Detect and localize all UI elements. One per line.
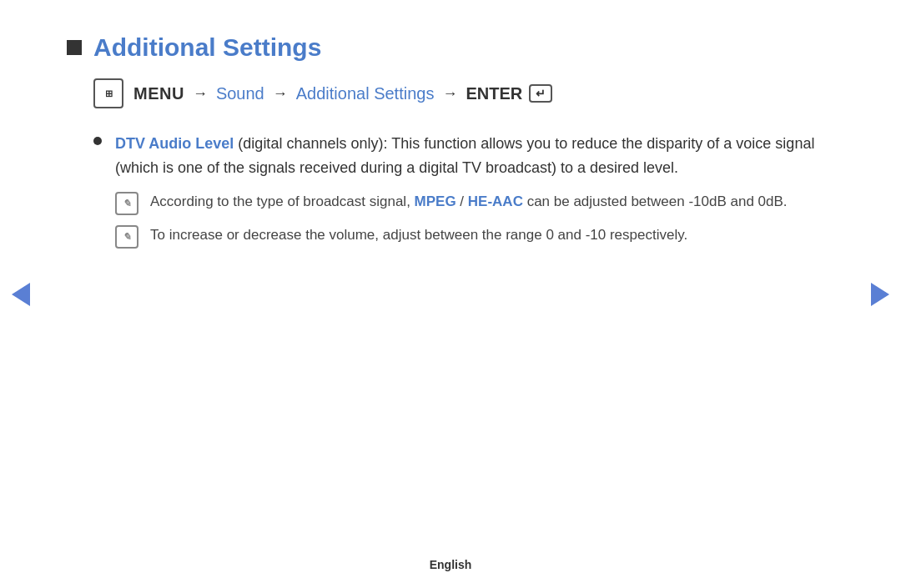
note-item-2: ✎ To increase or decrease the volume, ad… — [115, 224, 834, 249]
content-area: DTV Audio Level (digital channels only):… — [93, 132, 834, 249]
bullet-item-dtv: DTV Audio Level (digital channels only):… — [93, 132, 834, 180]
dtv-label: DTV Audio Level — [115, 135, 234, 152]
arrow-sep-3: → — [442, 85, 457, 103]
note1-text-post: can be adjusted between -10dB and 0dB. — [523, 193, 788, 209]
page-container: Additional Settings ⊞ MENU → Sound → Add… — [0, 0, 901, 588]
menu-label: MENU — [133, 84, 184, 103]
enter-label: ENTER — [466, 84, 522, 103]
note-text-1: According to the type of broadcast signa… — [150, 190, 788, 213]
title-square-icon — [67, 40, 82, 55]
note-text-2: To increase or decrease the volume, adju… — [150, 224, 687, 246]
heaac-label: HE-AAC — [468, 193, 523, 209]
menu-icon: ⊞ — [93, 78, 123, 108]
path-additional: Additional Settings — [296, 84, 435, 103]
note-icon-1: ✎ — [115, 192, 138, 215]
arrow-sep-2: → — [273, 85, 288, 103]
note1-slash: / — [456, 193, 468, 209]
path-sound: Sound — [216, 84, 264, 103]
nav-right-arrow[interactable] — [868, 282, 893, 307]
note1-text-pre: According to the type of broadcast signa… — [150, 193, 415, 209]
arrow-sep-1: → — [193, 85, 208, 103]
footer-language: English — [430, 558, 472, 571]
bullet-dot — [93, 137, 102, 145]
page-title: Additional Settings — [93, 33, 321, 62]
mpeg-label: MPEG — [415, 193, 456, 209]
note-icon-2: ✎ — [115, 225, 138, 249]
page-title-row: Additional Settings — [67, 33, 834, 62]
enter-icon: ↵ — [529, 84, 552, 103]
menu-path-row: ⊞ MENU → Sound → Additional Settings → E… — [93, 78, 834, 108]
nav-left-arrow[interactable] — [8, 282, 33, 307]
bullet-text-dtv: DTV Audio Level (digital channels only):… — [115, 132, 834, 180]
note-item-1: ✎ According to the type of broadcast sig… — [115, 190, 834, 215]
menu-icon-symbol: ⊞ — [105, 89, 113, 98]
